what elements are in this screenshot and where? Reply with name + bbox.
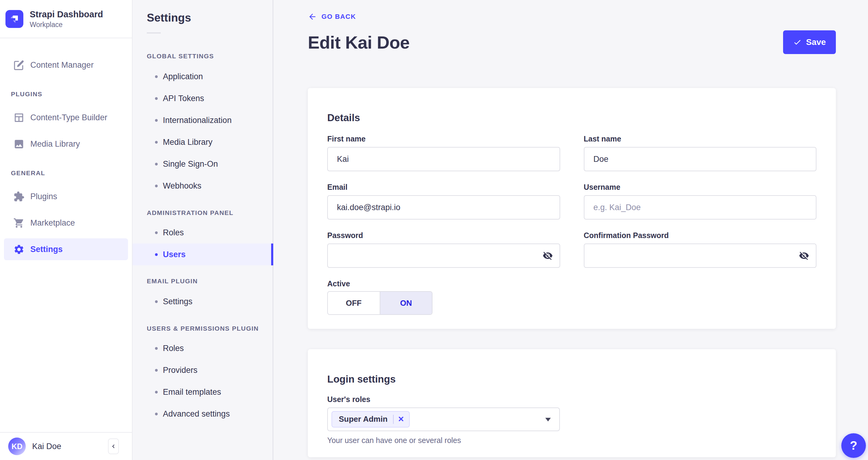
- brand-text: Strapi Dashboard Workplace: [30, 9, 103, 29]
- app-title: Strapi Dashboard: [30, 9, 103, 20]
- subnav-item-label: Providers: [163, 366, 197, 375]
- last-name-field[interactable]: [584, 147, 817, 171]
- subnav-item-label: Webhooks: [163, 181, 202, 191]
- sidebar-item-content-manager[interactable]: Content Manager: [4, 54, 128, 76]
- save-button[interactable]: Save: [783, 30, 836, 54]
- help-button[interactable]: ?: [841, 433, 866, 458]
- workspace-name: Workplace: [30, 21, 103, 29]
- subnav-item-label: Roles: [163, 344, 184, 353]
- strapi-logo-icon: [5, 10, 23, 28]
- last-name-label: Last name: [584, 135, 817, 143]
- go-back-link[interactable]: GO BACK: [308, 12, 356, 21]
- sidebar-item-plugins[interactable]: Plugins: [4, 185, 128, 207]
- subnav-item-admin-roles[interactable]: Roles: [132, 222, 273, 243]
- subnav-item-application[interactable]: Application: [132, 65, 273, 87]
- role-chip-label: Super Admin: [339, 414, 388, 424]
- first-name-field[interactable]: [327, 147, 560, 171]
- username-field[interactable]: [584, 195, 817, 220]
- toggle-confirmation-visibility-button[interactable]: [797, 248, 812, 263]
- roles-hint: Your user can have one or several roles: [327, 436, 816, 445]
- subnav-section-administration-panel: ADMINISTRATION PANEL: [132, 209, 273, 217]
- roles-select[interactable]: Super Admin ✕: [327, 407, 560, 431]
- chevron-down-icon: [545, 418, 551, 422]
- feather-icon: [13, 59, 25, 71]
- arrow-left-icon: [308, 12, 317, 21]
- first-name-group: First name: [327, 135, 560, 171]
- sidebar-item-label: Content-Type Builder: [30, 113, 107, 122]
- email-group: Email: [327, 183, 560, 220]
- sidebar-item-content-type-builder[interactable]: Content-Type Builder: [4, 107, 128, 128]
- puzzle-icon: [13, 191, 25, 202]
- subnav-item-email-templates[interactable]: Email templates: [132, 381, 273, 403]
- subnav-item-label: API Tokens: [163, 94, 204, 103]
- sidebar-item-label: Content Manager: [30, 60, 94, 70]
- divider: [147, 32, 161, 33]
- question-mark-icon: ?: [850, 439, 857, 452]
- main-nav: Content Manager PLUGINS Content-Type Bui…: [0, 38, 132, 260]
- password-field[interactable]: [327, 243, 560, 268]
- confirmation-password-label: Confirmation Password: [584, 231, 817, 240]
- toggle-off-option[interactable]: OFF: [328, 292, 380, 314]
- page-header: GO BACK Edit Kai Doe Save: [273, 0, 868, 53]
- subnav-item-label: Single Sign-On: [163, 160, 218, 169]
- brand-header: Strapi Dashboard Workplace: [0, 0, 132, 38]
- sidebar-item-marketplace[interactable]: Marketplace: [4, 212, 128, 234]
- last-name-group: Last name: [584, 135, 817, 171]
- username-label: Username: [584, 183, 817, 192]
- password-group: Password: [327, 231, 560, 268]
- subnav-item-up-roles[interactable]: Roles: [132, 337, 273, 359]
- username-group: Username: [584, 183, 817, 220]
- confirmation-password-field[interactable]: [584, 243, 817, 268]
- subnav-item-providers[interactable]: Providers: [132, 359, 273, 381]
- subnav-item-label: Media Library: [163, 138, 213, 147]
- role-chip: Super Admin ✕: [332, 411, 410, 428]
- subnav-item-admin-users[interactable]: Users: [132, 243, 273, 265]
- toggle-password-visibility-button[interactable]: [540, 248, 555, 263]
- login-settings-heading: Login settings: [327, 373, 816, 385]
- confirmation-password-group: Confirmation Password: [584, 231, 817, 268]
- toggle-on-option[interactable]: ON: [380, 292, 432, 314]
- subnav-section-global-settings: GLOBAL SETTINGS: [132, 53, 273, 60]
- subnav-item-internationalization[interactable]: Internationalization: [132, 109, 273, 131]
- subnav-item-label: Settings: [163, 297, 193, 306]
- image-icon: [13, 139, 25, 150]
- login-settings-card: Login settings User's roles Super Admin …: [308, 349, 836, 457]
- user-row: KD Kai Doe: [0, 432, 132, 460]
- check-icon: [793, 38, 802, 47]
- subnav-title: Settings: [132, 0, 273, 25]
- subnav-item-label: Internationalization: [163, 116, 232, 125]
- email-field[interactable]: [327, 195, 560, 220]
- chevron-left-icon: [110, 443, 117, 450]
- avatar: KD: [8, 437, 26, 455]
- active-label: Active: [327, 279, 560, 288]
- subnav-item-email-settings[interactable]: Settings: [132, 291, 273, 312]
- user-name: Kai Doe: [32, 442, 61, 451]
- sidebar-item-label: Marketplace: [30, 218, 75, 228]
- sidebar-item-label: Media Library: [30, 139, 80, 149]
- go-back-label: GO BACK: [321, 13, 356, 21]
- eye-off-icon: [799, 251, 809, 261]
- save-label: Save: [806, 37, 826, 47]
- details-form: First name Last name Email Username Pass…: [327, 135, 816, 315]
- sidebar-item-settings[interactable]: Settings: [4, 238, 128, 260]
- users-roles-label: User's roles: [327, 395, 816, 404]
- subnav-item-api-tokens[interactable]: API Tokens: [132, 87, 273, 109]
- collapse-sidebar-button[interactable]: [108, 438, 119, 454]
- remove-role-button[interactable]: ✕: [394, 415, 409, 424]
- active-toggle: OFF ON: [327, 291, 432, 315]
- divider: [393, 415, 394, 424]
- active-group: Active OFF ON: [327, 279, 560, 315]
- details-card: Details First name Last name Email Usern…: [308, 88, 836, 329]
- subnav-item-label: Roles: [163, 228, 184, 237]
- main-content: GO BACK Edit Kai Doe Save Details First …: [273, 0, 868, 460]
- subnav-section-email-plugin: EMAIL PLUGIN: [132, 278, 273, 285]
- subnav-item-media-library[interactable]: Media Library: [132, 131, 273, 153]
- sidebar-item-media-library[interactable]: Media Library: [4, 133, 128, 155]
- cart-icon: [13, 218, 25, 229]
- subnav-item-label: Email templates: [163, 387, 221, 397]
- subnav-item-single-sign-on[interactable]: Single Sign-On: [132, 153, 273, 175]
- subnav-item-advanced-settings[interactable]: Advanced settings: [132, 403, 273, 425]
- app-sidebar: Strapi Dashboard Workplace Content Manag…: [0, 0, 132, 460]
- close-icon: ✕: [398, 415, 404, 423]
- subnav-item-webhooks[interactable]: Webhooks: [132, 175, 273, 197]
